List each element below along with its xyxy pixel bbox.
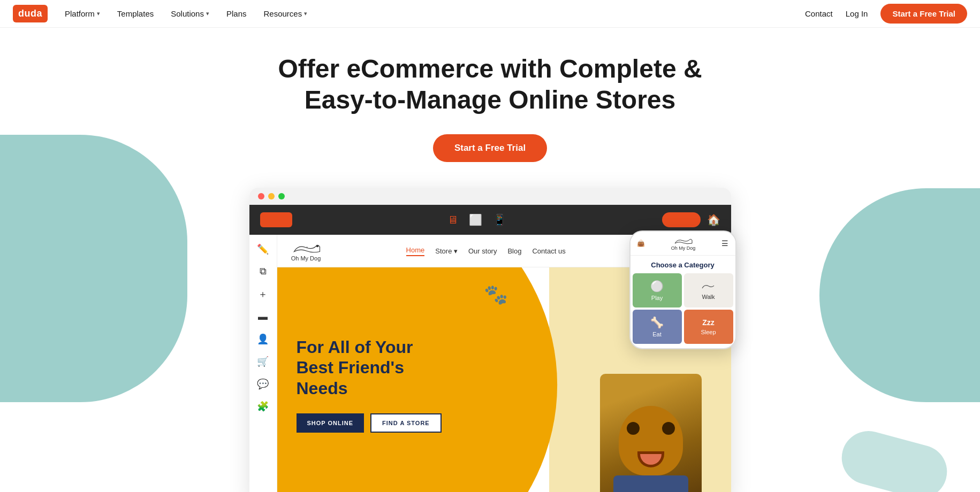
mobile-brand: Oh My Dog [671, 236, 696, 251]
mobile-brand-name: Oh My Dog [671, 245, 696, 251]
add-icon[interactable]: ＋ [258, 288, 268, 301]
login-link[interactable]: Log In [846, 9, 868, 18]
person-icon[interactable]: 👤 [257, 333, 269, 345]
toolbar-right: 🏠 [662, 212, 720, 227]
shop-online-button[interactable]: SHOP ONLINE [297, 413, 364, 433]
mobile-top-bar: 👜 Oh My Dog ☰ [630, 232, 735, 256]
hero-content: Offer eCommerce with Complete & Easy-to-… [267, 28, 712, 188]
find-store-button[interactable]: FIND A STORE [370, 413, 442, 433]
play-label: Play [651, 295, 663, 301]
sleep-icon: Zzz [702, 318, 715, 327]
puzzle-icon[interactable]: 🧩 [257, 401, 269, 412]
mobile-grid-sleep[interactable]: Zzz Sleep [684, 310, 733, 344]
layers-icon[interactable]: ⧉ [260, 266, 267, 277]
site-brand: Oh My Dog [290, 240, 322, 262]
site-hero-text: For All of Your Best Friend's Needs [297, 337, 551, 398]
folder-icon[interactable]: ▬ [258, 311, 268, 322]
browser-title-bar [249, 188, 731, 205]
mobile-grid-play[interactable]: ⚪ Play [633, 273, 682, 308]
dog-photo [600, 374, 702, 492]
site-nav-story[interactable]: Our story [468, 247, 497, 255]
nav-item-plans[interactable]: Plans [226, 9, 247, 18]
mobile-grid-eat[interactable]: 🦴 Eat [633, 310, 682, 344]
site-nav-blog[interactable]: Blog [507, 247, 521, 255]
toolbar-action-button[interactable] [662, 212, 701, 227]
mobile-category-grid: ⚪ Play Walk 🦴 Eat Zzz [630, 273, 735, 348]
mobile-mockup: 👜 Oh My Dog ☰ Choose a Category ⚪ P [629, 230, 736, 349]
mobile-icon[interactable]: 📱 [493, 213, 506, 226]
window-minimize-dot [268, 193, 275, 199]
site-hero-buttons: SHOP ONLINE FIND A STORE [297, 413, 551, 433]
toolbar-device-icons: 🖥 ⬜ 📱 [447, 213, 506, 226]
nav-right: Contact Log In Start a Free Trial [805, 4, 967, 24]
hero-section: Offer eCommerce with Complete & Easy-to-… [0, 28, 980, 492]
nav-left: duda Platform ▾ Templates Solutions ▾ Pl… [13, 5, 307, 22]
hero-cta-button[interactable]: Start a Free Trial [433, 134, 547, 162]
editor-sidebar: ✏️ ⧉ ＋ ▬ 👤 🛒 💬 🧩 [249, 235, 277, 492]
home-icon[interactable]: 🏠 [707, 213, 720, 226]
site-nav-links: Home Store ▾ Our story Blog Contact us [406, 246, 566, 256]
site-nav-home[interactable]: Home [406, 246, 425, 256]
nav-item-templates[interactable]: Templates [117, 9, 154, 18]
chevron-down-icon: ▾ [97, 10, 100, 17]
site-logo [290, 240, 322, 255]
window-close-dot [258, 193, 264, 199]
logo[interactable]: duda [13, 5, 48, 22]
mobile-menu-icon[interactable]: ☰ [721, 239, 728, 248]
mobile-logo [672, 236, 694, 245]
contact-link[interactable]: Contact [805, 9, 833, 18]
nav-item-platform[interactable]: Platform ▾ [65, 9, 100, 18]
eat-label: Eat [652, 331, 662, 337]
mobile-bag-icon: 👜 [637, 240, 645, 247]
walk-label: Walk [702, 294, 715, 300]
nav-cta-button[interactable]: Start a Free Trial [880, 4, 967, 24]
tablet-icon[interactable]: ⬜ [469, 213, 482, 226]
walk-dog-icon [700, 281, 717, 291]
edit-icon[interactable]: ✏️ [257, 243, 269, 255]
sleep-label: Sleep [701, 329, 716, 335]
chevron-down-icon: ▾ [206, 10, 209, 17]
nav-item-resources[interactable]: Resources ▾ [263, 9, 307, 18]
play-icon: ⚪ [650, 280, 664, 293]
cart-icon[interactable]: 🛒 [257, 356, 269, 367]
nav-item-solutions[interactable]: Solutions ▾ [171, 9, 209, 18]
mobile-category-title: Choose a Category [630, 256, 735, 273]
navbar: duda Platform ▾ Templates Solutions ▾ Pl… [0, 0, 980, 28]
site-nav-store[interactable]: Store ▾ [435, 247, 458, 255]
eat-icon: 🦴 [650, 316, 664, 329]
page-wrapper: Offer eCommerce with Complete & Easy-to-… [0, 28, 980, 492]
toolbar-logo [260, 212, 292, 227]
desktop-icon[interactable]: 🖥 [447, 214, 458, 226]
site-nav-contact[interactable]: Contact us [532, 247, 565, 255]
mobile-grid-walk[interactable]: Walk [684, 273, 733, 308]
chat-icon[interactable]: 💬 [257, 378, 269, 390]
site-brand-name: Oh My Dog [291, 255, 321, 262]
hero-heading: Offer eCommerce with Complete & Easy-to-… [278, 53, 702, 115]
svg-point-0 [316, 245, 318, 248]
chevron-down-icon: ▾ [304, 10, 307, 17]
window-maximize-dot [278, 193, 285, 199]
paw-icon: 🐾 [484, 283, 508, 306]
